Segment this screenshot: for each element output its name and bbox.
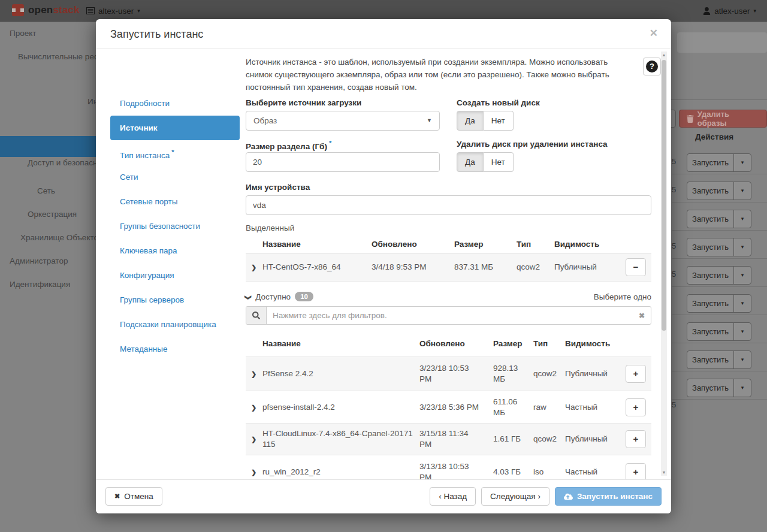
scroll-down-icon[interactable]: ▼ (661, 470, 667, 474)
row-launch-button[interactable]: Запустить▾ (687, 153, 751, 172)
row-divider (672, 258, 767, 259)
row-launch-button[interactable]: Запустить▾ (687, 294, 751, 313)
tab-security-groups[interactable]: Группы безопасности (110, 214, 240, 238)
tab-key-pair[interactable]: Ключевая пара (110, 238, 240, 263)
delete-on-terminate-yes-button[interactable]: Да (457, 152, 484, 172)
actions-column-header: Действия (695, 132, 733, 141)
row-launch-button[interactable]: Запустить▾ (687, 182, 751, 200)
row-launch-button[interactable]: Запустить▾ (687, 379, 751, 397)
sidebar-item-admin[interactable]: Администратор (10, 256, 68, 265)
user-icon (703, 7, 711, 15)
allocated-section-label: Выделенный (246, 223, 294, 232)
volume-size-label: Размер раздела (Гб)* (246, 140, 331, 151)
page-header-fragment (677, 32, 767, 53)
device-name-input[interactable] (246, 195, 651, 215)
help-button[interactable]: ? (643, 58, 661, 75)
caret-down-icon[interactable]: ▾ (733, 238, 751, 256)
sidebar-item-object-store[interactable]: Хранилище Объектов (20, 233, 102, 242)
next-button[interactable]: Следующая › (481, 487, 549, 506)
footer-button-group: ‹ Назад Следующая › Запустить инстанс (430, 487, 662, 506)
delete-images-button[interactable]: Удалить образы (679, 110, 767, 128)
search-icon-box (246, 307, 267, 324)
create-volume-yes-button[interactable]: Да (457, 111, 484, 131)
caret-down-icon[interactable]: ▾ (733, 182, 751, 200)
add-image-button[interactable]: + (626, 430, 646, 448)
tab-scheduler-hints[interactable]: Подсказки планировщика (110, 312, 240, 337)
row-launch-button[interactable]: Запустить▾ (687, 266, 751, 285)
sidebar-item-network[interactable]: Сеть (37, 186, 55, 195)
required-asterisk: * (171, 149, 174, 156)
sidebar-item-orchestration[interactable]: Оркестрация (28, 210, 77, 219)
help-icon: ? (646, 61, 658, 72)
table-top-border (671, 99, 767, 100)
add-image-button[interactable]: + (626, 398, 646, 416)
filter-input[interactable] (267, 307, 633, 324)
boot-source-select[interactable]: Образ▼ (246, 111, 440, 131)
caret-down-icon[interactable]: ▾ (733, 379, 751, 397)
size-cell-fragment: 5 (672, 185, 678, 194)
launch-instance-button[interactable]: Запустить инстанс (555, 487, 662, 506)
tab-ports[interactable]: Сетевые порты (110, 189, 240, 214)
filter-bar: ✖ (246, 306, 651, 325)
scroll-up-icon[interactable]: ▲ (661, 53, 667, 57)
tab-metadata[interactable]: Метаданные (110, 337, 240, 361)
create-volume-toggle: Да Нет (457, 111, 514, 131)
domain-menu[interactable]: altex-user ▾ (86, 0, 140, 22)
caret-down-icon[interactable]: ▾ (733, 267, 751, 284)
chevron-right-icon[interactable]: ❯ (251, 468, 256, 476)
available-count-badge: 10 (295, 292, 313, 301)
row-divider (672, 343, 767, 343)
size-cell-fragment: 5 (672, 241, 678, 250)
create-volume-no-button[interactable]: Нет (484, 111, 514, 131)
add-image-button[interactable]: + (626, 463, 646, 479)
available-section-bar: ❯Доступно10 Выберите одно (246, 291, 651, 303)
chevron-right-icon[interactable]: ❯ (251, 370, 256, 378)
row-launch-button[interactable]: Запустить▾ (687, 238, 751, 256)
modal-scrollbar[interactable]: ▲ ▼ (661, 52, 667, 476)
cancel-button[interactable]: ✖ Отмена (105, 487, 162, 506)
chevron-down-icon[interactable]: ❯ (244, 295, 252, 300)
available-section-label: Доступно (255, 292, 291, 301)
chevron-right-icon[interactable]: ❯ (251, 436, 256, 443)
tab-source[interactable]: Источник (110, 116, 240, 140)
caret-down-icon[interactable]: ▾ (733, 295, 751, 312)
back-button[interactable]: ‹ Назад (430, 487, 476, 506)
sidebar-item-project[interactable]: Проект (10, 29, 36, 38)
add-image-button[interactable]: + (626, 365, 646, 383)
caret-down-icon[interactable]: ▾ (733, 351, 751, 368)
domain-icon (86, 7, 95, 14)
sidebar-item-identity[interactable]: Идентификация (10, 280, 70, 289)
remove-image-button[interactable]: − (626, 258, 646, 276)
caret-down-icon[interactable]: ▾ (733, 210, 751, 228)
clear-filter-icon[interactable]: ✖ (633, 307, 651, 324)
tab-networks[interactable]: Сети (110, 165, 240, 189)
boot-source-label: Выберите источник загрузки (246, 98, 361, 107)
create-volume-label: Создать новый диск (457, 98, 540, 107)
tab-configuration[interactable]: Конфигурация (110, 263, 240, 288)
tab-details[interactable]: Подробности (110, 91, 240, 116)
volume-size-input[interactable] (246, 152, 440, 172)
allocated-table-header: Название Обновлено Размер Тип Видимость (246, 234, 651, 253)
delete-on-terminate-no-button[interactable]: Нет (484, 152, 514, 172)
user-menu[interactable]: atlex-user ▾ (703, 0, 756, 22)
domain-menu-label: altex-user (98, 7, 134, 16)
tab-server-groups[interactable]: Группы серверов (110, 288, 240, 312)
row-launch-button[interactable]: Запустить▾ (687, 210, 751, 228)
chevron-right-icon[interactable]: ❯ (251, 403, 256, 411)
chevron-right-icon[interactable]: ❯ (251, 264, 256, 271)
trash-icon (687, 115, 694, 123)
size-cell-fragment: 5 (672, 400, 678, 409)
sidebar-item-images-active[interactable] (0, 136, 97, 157)
openstack-logo[interactable]: openstack (12, 4, 80, 16)
tab-flavor[interactable]: Тип инстанса* (110, 140, 240, 165)
row-launch-button[interactable]: Запустить▾ (687, 350, 751, 369)
caret-down-icon: ▼ (427, 111, 432, 130)
row-launch-button[interactable]: Запустить▾ (687, 322, 751, 341)
caret-down-icon: ▾ (137, 8, 140, 14)
caret-down-icon[interactable]: ▾ (733, 323, 751, 340)
brand-text: openstack (28, 4, 80, 16)
caret-down-icon[interactable]: ▾ (733, 154, 751, 171)
available-row: ❯ HT-CloudLinux-7.4-x86_64-Cpanel-201711… (246, 424, 651, 455)
scrollbar-thumb[interactable] (662, 60, 666, 331)
close-icon[interactable]: ✕ (650, 27, 658, 40)
